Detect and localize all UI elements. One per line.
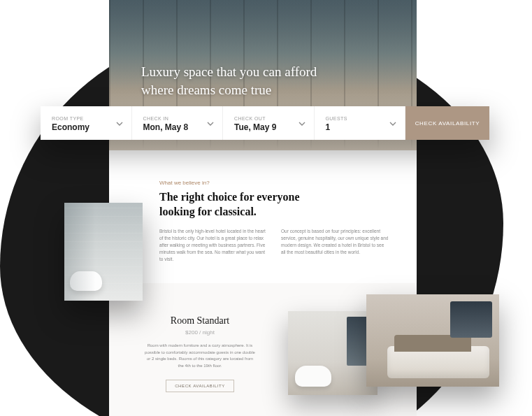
guests-select[interactable]: GUESTS 1 — [315, 106, 406, 140]
bathroom-image — [64, 203, 143, 301]
about-col-1: Bristol is the only high-level hotel loc… — [159, 228, 267, 263]
room-text-block: Room Standart $200 / night Room with mod… — [144, 315, 256, 392]
chevron-down-icon — [299, 120, 305, 127]
about-section: What we believe in? The right choice for… — [109, 150, 417, 284]
hero-title-line2: where dreams come true — [141, 81, 317, 99]
bed-headboard — [394, 335, 471, 352]
room-price: $200 / night — [144, 329, 256, 336]
room-description: Room with modern furniture and a cozy at… — [144, 343, 256, 369]
room-title: Room Standart — [144, 315, 256, 327]
guests-label: GUESTS — [326, 116, 396, 121]
check-in-select[interactable]: CHECK IN Mon, May 8 — [132, 106, 224, 140]
chevron-down-icon — [389, 120, 396, 127]
chevron-down-icon — [207, 120, 214, 127]
room-type-label: ROOM TYPE — [52, 116, 122, 121]
chevron-down-icon — [116, 120, 123, 127]
check-out-label: CHECK OUT — [234, 116, 304, 121]
about-kicker: What we believe in? — [159, 180, 389, 186]
about-col-2: Our concept is based on four principles:… — [281, 228, 389, 263]
room-bed-image — [366, 294, 499, 387]
room-bath-image — [288, 311, 378, 395]
check-in-value: Mon, May 8 — [143, 122, 213, 132]
check-availability-button[interactable]: CHECK AVAILABILITY — [405, 106, 489, 140]
check-out-select[interactable]: CHECK OUT Tue, May 9 — [223, 106, 315, 140]
room-type-value: Economy — [52, 122, 122, 132]
room-check-availability-button[interactable]: CHECK AVAILABILITY — [166, 380, 234, 392]
hero-title-line1: Luxury space that you can afford — [141, 63, 317, 81]
room-section: Room Standart $200 / night Room with mod… — [109, 283, 417, 416]
about-heading: The right choice for everyone looking fo… — [159, 190, 306, 220]
hero-title: Luxury space that you can afford where d… — [141, 63, 317, 99]
room-type-select[interactable]: ROOM TYPE Economy — [41, 106, 132, 140]
check-out-value: Tue, May 9 — [234, 122, 304, 132]
guests-value: 1 — [326, 122, 396, 132]
check-in-label: CHECK IN — [143, 116, 213, 121]
booking-bar: ROOM TYPE Economy CHECK IN Mon, May 8 CH… — [41, 106, 489, 140]
